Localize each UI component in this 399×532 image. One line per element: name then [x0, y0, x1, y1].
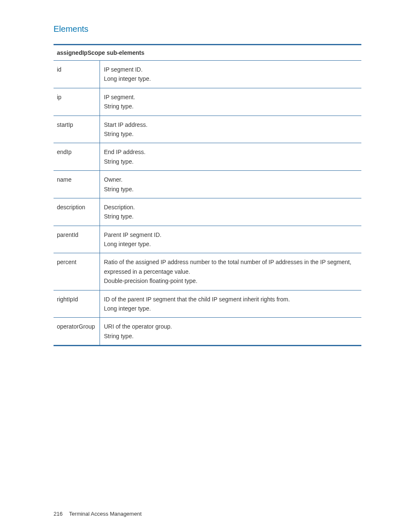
description-line: Double-precision floating-point type. [104, 276, 358, 285]
description-line: Long integer type. [104, 304, 358, 313]
description-line: Start IP address. [104, 120, 358, 129]
element-name: description [54, 198, 100, 226]
element-name: parentId [54, 226, 100, 253]
element-name: startIp [54, 116, 100, 143]
description-line: String type. [104, 332, 358, 341]
element-description: Owner.String type. [100, 171, 361, 198]
section-heading: Elements [54, 24, 361, 34]
description-line: String type. [104, 129, 358, 139]
description-line: IP segment ID. [104, 65, 358, 74]
table-row: ipIP segment.String type. [54, 88, 361, 116]
description-line: String type. [104, 185, 358, 194]
page-number: 216 [54, 511, 63, 517]
element-description: Ratio of the assigned IP address number … [100, 253, 361, 290]
description-line: Owner. [104, 175, 358, 184]
element-name: id [54, 61, 100, 88]
table-row: percentRatio of the assigned IP address … [54, 253, 361, 290]
elements-table: assignedIpScope sub-elements idIP segmen… [54, 44, 361, 346]
description-line: String type. [104, 212, 358, 221]
element-description: End IP address.String type. [100, 143, 361, 171]
chapter-title: Terminal Access Management [69, 511, 141, 517]
element-name: percent [54, 253, 100, 290]
description-line: Long integer type. [104, 239, 358, 249]
element-description: IP segment ID.Long integer type. [100, 61, 361, 88]
description-line: URI of the operator group. [104, 322, 358, 331]
description-line: Parent IP segment ID. [104, 230, 358, 239]
element-name: ip [54, 88, 100, 116]
table-row: idIP segment ID.Long integer type. [54, 61, 361, 88]
description-line: End IP address. [104, 147, 358, 157]
element-description: Start IP address.String type. [100, 116, 361, 143]
element-description: IP segment.String type. [100, 88, 361, 116]
element-description: URI of the operator group.String type. [100, 318, 361, 346]
element-description: Description.String type. [100, 198, 361, 226]
table-header: assignedIpScope sub-elements [54, 45, 361, 61]
element-name: operatorGroup [54, 318, 100, 346]
description-line: String type. [104, 102, 358, 111]
element-name: endIp [54, 143, 100, 171]
page-footer: 216 Terminal Access Management [54, 511, 142, 517]
element-description: Parent IP segment ID.Long integer type. [100, 226, 361, 253]
element-name: name [54, 171, 100, 198]
description-line: Description. [104, 203, 358, 212]
table-row: startIpStart IP address.String type. [54, 116, 361, 143]
description-line: Ratio of the assigned IP address number … [104, 257, 358, 276]
table-row: nameOwner.String type. [54, 171, 361, 198]
description-line: Long integer type. [104, 74, 358, 83]
table-row: parentIdParent IP segment ID.Long intege… [54, 226, 361, 253]
table-row: operatorGroupURI of the operator group.S… [54, 318, 361, 346]
element-description: ID of the parent IP segment that the chi… [100, 290, 361, 318]
description-line: ID of the parent IP segment that the chi… [104, 295, 358, 304]
table-row: descriptionDescription.String type. [54, 198, 361, 226]
table-row: endIpEnd IP address.String type. [54, 143, 361, 171]
table-row: rightIpIdID of the parent IP segment tha… [54, 290, 361, 318]
element-name: rightIpId [54, 290, 100, 318]
description-line: IP segment. [104, 93, 358, 102]
description-line: String type. [104, 157, 358, 166]
